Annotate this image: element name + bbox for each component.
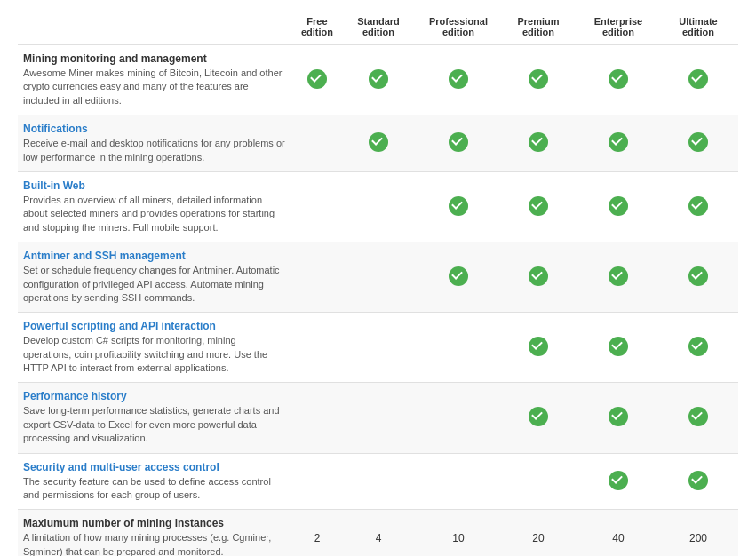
table-row-performance-history: Performance historySave long-term perfor…	[18, 383, 738, 453]
feature-cell-mining-instances: Maxiumum number of mining instancesA lim…	[18, 510, 296, 556]
check-icon	[688, 266, 708, 286]
cell-mining-instances-col5: 200	[658, 510, 738, 556]
check-icon	[449, 132, 468, 152]
cell-builtin-web-col4	[578, 171, 658, 242]
check-icon	[609, 337, 628, 356]
feature-desc-antminer-ssh: Set or schedule frequency changes for An…	[23, 265, 280, 303]
check-icon	[688, 471, 708, 490]
feature-title-mining-monitoring: Mining monitoring and management	[23, 52, 287, 65]
table-row-notifications: NotificationsReceive e-mail and desktop …	[18, 115, 738, 172]
check-icon	[609, 471, 628, 490]
cell-antminer-ssh-col3	[498, 242, 578, 313]
cell-security-multiuser-col2	[418, 453, 498, 510]
check-icon	[609, 69, 628, 89]
check-icon	[609, 266, 628, 286]
check-icon	[609, 132, 628, 152]
cell-builtin-web-col0	[296, 171, 338, 242]
cell-builtin-web-col5	[658, 171, 738, 242]
feature-title-security-multiuser: Security and multi-user access control	[23, 461, 287, 473]
cell-notifications-col0	[296, 115, 338, 172]
cell-builtin-web-col1	[338, 171, 418, 242]
cell-antminer-ssh-col1	[338, 242, 418, 313]
check-icon	[449, 266, 468, 286]
cell-notifications-col2	[418, 115, 498, 172]
cell-mining-instances-col0: 2	[296, 510, 338, 556]
cell-scripting-api-col4	[578, 313, 658, 383]
cell-scripting-api-col2	[418, 313, 498, 383]
feature-title-scripting-api: Powerful scripting and API interaction	[23, 320, 287, 332]
feature-cell-antminer-ssh: Antminer and SSH managementSet or schedu…	[18, 242, 296, 313]
feature-header-col	[18, 9, 296, 45]
feature-cell-scripting-api: Powerful scripting and API interactionDe…	[18, 313, 296, 383]
feature-desc-mining-monitoring: Awesome Miner makes mining of Bitcoin, L…	[23, 68, 282, 106]
check-icon	[688, 69, 708, 89]
table-row-security-multiuser: Security and multi-user access controlTh…	[18, 453, 738, 510]
feature-title-notifications: Notifications	[23, 123, 287, 135]
check-icon	[369, 132, 388, 152]
cell-scripting-api-col0	[296, 313, 338, 383]
cell-notifications-col5	[658, 115, 738, 172]
number-value: 10	[452, 532, 464, 544]
table-row-antminer-ssh: Antminer and SSH managementSet or schedu…	[18, 242, 738, 313]
cell-mining-monitoring-col1	[338, 45, 418, 115]
edition-header-ultimate: Ultimateedition	[658, 9, 738, 45]
feature-title-antminer-ssh: Antminer and SSH management	[23, 250, 287, 262]
check-icon	[688, 196, 708, 216]
cell-security-multiuser-col0	[296, 453, 338, 510]
edition-header-enterprise: Enterpriseedition	[578, 9, 658, 45]
cell-performance-history-col1	[338, 383, 418, 453]
feature-title-builtin-web: Built-in Web	[23, 179, 287, 192]
cell-mining-monitoring-col4	[578, 45, 658, 115]
cell-mining-instances-col2: 10	[418, 510, 498, 556]
cell-mining-monitoring-col2	[418, 45, 498, 115]
feature-desc-scripting-api: Develop custom C# scripts for monitoring…	[23, 335, 267, 373]
comparison-table: Freeedition Standardedition Professional…	[18, 9, 738, 556]
feature-desc-mining-instances: A limitation of how many mining processe…	[23, 532, 271, 556]
edition-header-standard: Standardedition	[338, 9, 418, 45]
check-icon	[529, 132, 548, 152]
cell-performance-history-col4	[578, 383, 658, 453]
table-row-builtin-web: Built-in WebProvides an overview of all …	[18, 171, 738, 242]
cell-mining-monitoring-col0	[296, 45, 338, 115]
cell-antminer-ssh-col5	[658, 242, 738, 313]
check-icon	[529, 407, 548, 426]
cell-scripting-api-col5	[658, 313, 738, 383]
cell-antminer-ssh-col0	[296, 242, 338, 313]
header-row: Freeedition Standardedition Professional…	[18, 9, 738, 45]
check-icon	[609, 196, 628, 216]
feature-title-performance-history: Performance history	[23, 390, 287, 402]
cell-security-multiuser-col3	[498, 453, 578, 510]
check-icon	[449, 196, 468, 216]
feature-desc-notifications: Receive e-mail and desktop notifications…	[23, 138, 285, 162]
table-row-scripting-api: Powerful scripting and API interactionDe…	[18, 313, 738, 383]
cell-mining-instances-col1: 4	[338, 510, 418, 556]
table-row-mining-monitoring: Mining monitoring and managementAwesome …	[18, 45, 738, 115]
cell-performance-history-col2	[418, 383, 498, 453]
number-value: 2	[314, 532, 321, 544]
cell-security-multiuser-col5	[658, 453, 738, 510]
number-value: 4	[376, 532, 382, 544]
cell-performance-history-col5	[658, 383, 738, 453]
edition-header-professional: Professionaledition	[418, 9, 498, 45]
edition-header-free: Freeedition	[296, 9, 338, 45]
check-icon	[529, 337, 548, 356]
feature-cell-mining-monitoring: Mining monitoring and managementAwesome …	[18, 45, 296, 115]
cell-mining-instances-col3: 20	[498, 510, 578, 556]
cell-notifications-col1	[338, 115, 418, 172]
feature-cell-builtin-web: Built-in WebProvides an overview of all …	[18, 171, 296, 242]
check-icon	[449, 69, 468, 89]
cell-mining-instances-col4: 40	[578, 510, 658, 556]
check-icon	[529, 196, 548, 216]
check-icon	[688, 132, 708, 152]
feature-desc-performance-history: Save long-term performance statistics, g…	[23, 405, 280, 443]
cell-scripting-api-col1	[338, 313, 418, 383]
cell-builtin-web-col2	[418, 171, 498, 242]
cell-scripting-api-col3	[498, 313, 578, 383]
check-icon	[369, 69, 388, 89]
number-value: 40	[612, 532, 624, 544]
cell-security-multiuser-col1	[338, 453, 418, 510]
main-container: Freeedition Standardedition Professional…	[0, 0, 756, 556]
cell-builtin-web-col3	[498, 171, 578, 242]
cell-mining-monitoring-col3	[498, 45, 578, 115]
check-icon	[529, 69, 548, 89]
